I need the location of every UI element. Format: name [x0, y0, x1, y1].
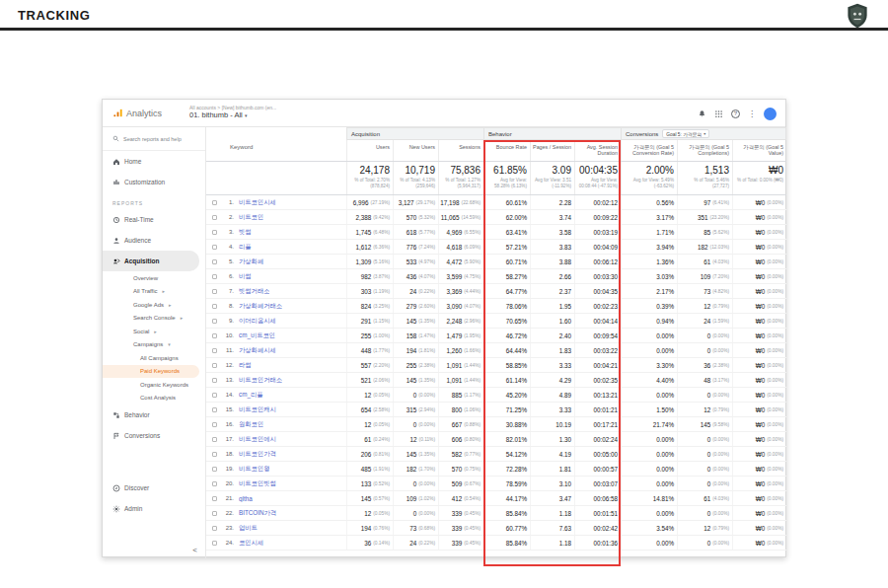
keyword-link[interactable]: cm_리플	[239, 391, 263, 400]
users-cell: 12(0.05%)	[346, 506, 393, 520]
sidebar-item-customization[interactable]: Customization	[103, 172, 205, 192]
users-cell: 448(1.77%)	[346, 343, 393, 357]
keyword-link[interactable]: BITCOIN가격	[239, 509, 276, 518]
row-checkbox[interactable]	[212, 245, 217, 250]
sidebar-item-all-traffic[interactable]: All Traffic▸	[103, 285, 205, 299]
col-header-goal-value[interactable]: 가격문의 (Goal 5 Value)	[732, 140, 786, 161]
sidebar-item-acquisition[interactable]: Acquisition	[103, 251, 199, 271]
row-checkbox[interactable]	[212, 319, 217, 324]
sidebar-item-home[interactable]: Home	[103, 151, 205, 172]
sidebar-item-label: Social	[133, 329, 149, 334]
row-checkbox[interactable]	[212, 496, 217, 501]
help-icon[interactable]: ?	[731, 110, 740, 118]
col-header-bounce-rate[interactable]: Bounce Rate	[483, 140, 530, 161]
row-checkbox[interactable]	[212, 363, 217, 368]
keyword-link[interactable]: 라썸	[239, 361, 252, 370]
sidebar-item-overview[interactable]: Overview	[103, 271, 205, 285]
keyword-link[interactable]: 비트코인시세	[239, 198, 276, 207]
row-checkbox[interactable]	[212, 393, 217, 398]
row-checkbox[interactable]	[212, 511, 217, 516]
sidebar-item-all-campaigns[interactable]: All Campaigns	[103, 351, 205, 365]
sidebar-item-behavior[interactable]: Behavior	[103, 404, 205, 425]
row-checkbox[interactable]	[212, 259, 217, 264]
sidebar-item-social[interactable]: Social▸	[103, 325, 205, 338]
search-reports[interactable]: Search reports and help	[103, 127, 205, 151]
sidebar-item-paid-keywords[interactable]: Paid Keywords	[103, 365, 199, 379]
keyword-link[interactable]: 비썸	[239, 272, 252, 281]
sidebar-item-admin[interactable]: Admin	[103, 498, 205, 519]
notifications-bell-icon[interactable]	[698, 110, 706, 118]
keyword-link[interactable]: 업비트	[239, 524, 258, 533]
goal-conversion-rate-cell: 1.50%	[621, 403, 677, 416]
col-header-users[interactable]: Users	[346, 140, 393, 161]
sidebar-item-cost-analysis[interactable]: Cost Analysis	[103, 392, 205, 405]
sidebar-item-audience[interactable]: Audience	[103, 230, 205, 251]
row-checkbox[interactable]	[212, 289, 217, 294]
keyword-link[interactable]: 비트코인에시	[239, 435, 276, 444]
sidebar-item-google-ads[interactable]: Google Ads▸	[103, 298, 205, 312]
row-checkbox[interactable]	[212, 274, 217, 279]
row-checkbox[interactable]	[212, 526, 217, 531]
row-checkbox[interactable]	[212, 437, 217, 442]
keyword-link[interactable]: 코인시세	[239, 539, 263, 548]
apps-grid-icon[interactable]	[714, 110, 723, 118]
sidebar-item-organic-keywords[interactable]: Organic Keywords	[103, 378, 205, 392]
keyword-link[interactable]: 비트코인거래소	[239, 376, 282, 385]
keyword-link[interactable]: 가상화폐거래소	[239, 302, 282, 311]
row-checkbox[interactable]	[212, 230, 217, 235]
row-checkbox[interactable]	[212, 481, 217, 486]
keyword-link[interactable]: 비트코인가격	[239, 450, 276, 459]
avatar[interactable]	[764, 108, 777, 120]
col-header-keyword[interactable]: Keyword	[206, 140, 346, 161]
sessions-cell: 2,248(2.96%)	[438, 314, 483, 328]
report-table: Acquisition Behavior Conversions Goal 5:…	[206, 127, 786, 558]
goal-completions-cell: 0(0.00%)	[677, 388, 732, 402]
sidebar-collapse-button[interactable]: <	[192, 546, 197, 554]
keyword-link[interactable]: 원화코인	[239, 420, 263, 429]
sidebar-item-campaigns[interactable]: Campaigns▾	[103, 338, 205, 352]
keyword-link[interactable]: 비트코인	[239, 213, 263, 222]
row-checkbox[interactable]	[212, 467, 217, 472]
keyword-link[interactable]: 빗썸	[239, 228, 252, 237]
new-users-cell: 315(2.94%)	[393, 403, 438, 416]
keyword-link[interactable]: qltha	[239, 495, 253, 502]
sidebar-item-conversions[interactable]: Conversions	[103, 425, 205, 446]
sidebar-item-discover[interactable]: Discover	[103, 478, 205, 498]
keyword-link[interactable]: 비트코인왕	[239, 465, 269, 474]
col-header-goal-completions[interactable]: 가격문의 (Goal 5 Completions)	[677, 140, 732, 161]
col-header-avg-session-duration[interactable]: Avg. Session Duration	[574, 140, 621, 161]
row-checkbox[interactable]	[212, 422, 217, 427]
goal-value-cell: ₩0(0.00%)	[732, 521, 786, 535]
keyword-link[interactable]: cm_비트코인	[239, 331, 275, 340]
row-checkbox[interactable]	[212, 348, 217, 353]
row-checkbox[interactable]	[212, 333, 217, 338]
row-checkbox[interactable]	[212, 215, 217, 220]
keyword-link[interactable]: 가상화폐시세	[239, 346, 276, 355]
sidebar-item-search-console[interactable]: Search Console▸	[103, 312, 205, 326]
pages-session-cell: 2.28	[530, 195, 574, 209]
kebab-menu-icon[interactable]: ⋮	[748, 110, 756, 118]
keyword-link[interactable]: 이더리움시세	[239, 317, 276, 326]
new-users-cell: 194(1.81%)	[393, 343, 438, 357]
goal-selector[interactable]: Goal 5: 가격문의 ▾	[662, 129, 709, 138]
row-checkbox[interactable]	[212, 200, 217, 205]
col-header-new-users[interactable]: New Users	[393, 140, 438, 161]
account-picker[interactable]: All accounts > [New] bithumb.com (en... …	[189, 106, 276, 119]
row-checkbox[interactable]	[212, 304, 217, 309]
analytics-brand[interactable]: Analytics	[103, 108, 185, 118]
col-header-pages-session[interactable]: Pages / Session	[530, 140, 574, 161]
keyword-link[interactable]: 비트코인캐시	[239, 405, 276, 414]
bounce-rate-cell: 46.72%	[483, 329, 530, 342]
keyword-link[interactable]: 비트코인빗썸	[239, 479, 276, 488]
row-checkbox[interactable]	[212, 541, 217, 546]
keyword-link[interactable]: 빗썸거래소	[239, 287, 269, 296]
avg-session-duration-cell: 00:02:24	[574, 432, 621, 446]
row-checkbox[interactable]	[212, 407, 217, 412]
keyword-link[interactable]: 가상화폐	[239, 257, 263, 266]
col-header-sessions[interactable]: Sessions	[438, 140, 483, 161]
row-checkbox[interactable]	[212, 378, 217, 383]
sidebar-item-real-time[interactable]: Real-Time	[103, 209, 205, 230]
keyword-link[interactable]: 리플	[239, 243, 252, 252]
row-checkbox[interactable]	[212, 452, 217, 457]
col-header-goal-conversion-rate[interactable]: 가격문의 (Goal 5 Conversion Rate)	[621, 140, 677, 161]
